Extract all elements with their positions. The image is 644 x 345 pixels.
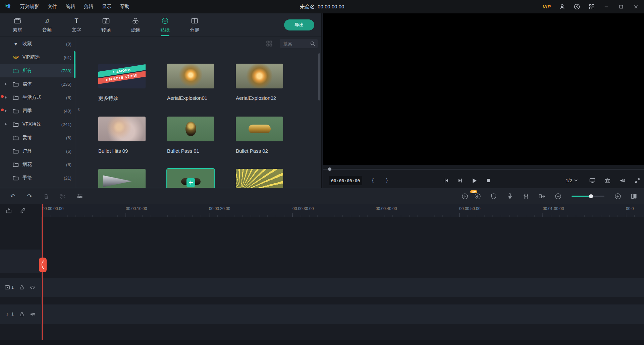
zoom-in-icon[interactable] [614, 193, 621, 200]
collapse-sidebar-icon[interactable]: ‹ [77, 106, 80, 113]
play-button[interactable] [472, 178, 477, 184]
sidebar-scrollbar[interactable] [74, 51, 75, 78]
stop-button[interactable] [486, 179, 490, 183]
adjust-properties-icon[interactable] [76, 193, 83, 200]
tab-audio[interactable]: ♫ 音频 [32, 13, 62, 36]
menu-clip[interactable]: 剪辑 [84, 4, 93, 10]
fullscreen-icon[interactable] [635, 178, 640, 183]
content-scrollbar[interactable] [318, 53, 320, 100]
link-clips-icon[interactable] [19, 207, 26, 214]
delete-icon[interactable] [43, 193, 50, 200]
seek-handle[interactable] [328, 167, 331, 171]
render-preview-icon[interactable] [490, 193, 497, 200]
redo-icon[interactable]: ↷ [26, 193, 33, 200]
sidebar-item-outdoor[interactable]: 户外 (6) [0, 144, 76, 158]
card-bullet-tip[interactable] [98, 169, 146, 188]
menu-app-name[interactable]: 万兴喵影 [20, 4, 39, 10]
voiceover-mic-icon[interactable] [506, 193, 513, 200]
card-bullet-pass-02[interactable]: Bullet Pass 02 [236, 117, 283, 154]
user-account-icon[interactable] [559, 3, 566, 10]
tab-filter[interactable]: 滤镜 [121, 13, 150, 36]
sticker-thumbnail[interactable] [98, 169, 146, 188]
card-effects-store[interactable]: FILMORA EFFECTS STORE 更多特效 [98, 64, 146, 101]
timeline-ruler[interactable]: 00:00:00:00 00:00:10:00 00:00:20:00 00:0… [41, 204, 644, 217]
sticker-thumbnail[interactable] [167, 64, 214, 88]
card-bullet-hits-09[interactable]: Bullet Hits 09 [98, 117, 146, 154]
tab-media[interactable]: 素材 [3, 13, 32, 36]
display-device-icon[interactable] [589, 178, 595, 184]
vip-badge[interactable]: VIP [543, 4, 551, 9]
sidebar-item-vip[interactable]: VIP VIP精选 (61) [0, 51, 76, 64]
mark-out-button[interactable]: } [386, 177, 388, 183]
snapshot-camera-icon[interactable] [604, 178, 610, 183]
mark-in-button[interactable]: { [372, 177, 374, 183]
preview-seekbar[interactable] [323, 169, 644, 169]
next-frame-button[interactable] [458, 178, 463, 183]
search-icon[interactable] [310, 41, 315, 46]
sidebar-item-handdrawn[interactable]: 手绘 (21) [0, 171, 76, 185]
menu-file[interactable]: 文件 [48, 4, 57, 10]
sticker-thumbnail[interactable] [167, 169, 214, 188]
minimize-button[interactable] [603, 3, 610, 10]
eye-visibility-icon[interactable] [30, 285, 35, 290]
playhead[interactable] [42, 204, 43, 340]
card-aerialexplosion01[interactable]: AerialExplosion01 [167, 64, 214, 101]
speech-to-text-icon[interactable] [462, 193, 468, 200]
expand-arrow-icon[interactable] [5, 96, 7, 99]
search-box[interactable] [280, 39, 318, 48]
card-aerialexplosion02[interactable]: AerialExplosion02 [236, 64, 283, 101]
export-button[interactable]: 导出 [284, 19, 314, 30]
zoom-out-icon[interactable] [555, 193, 561, 200]
card-bullet-selected[interactable] [167, 169, 214, 188]
sidebar-item-vfx[interactable]: VFX特效 (241) [0, 118, 76, 131]
auto-ripple-icon[interactable] [539, 193, 545, 200]
effects-store-thumbnail[interactable]: FILMORA EFFECTS STORE [98, 64, 146, 88]
expand-arrow-icon[interactable] [5, 110, 7, 112]
text-to-speech-icon[interactable] [474, 193, 481, 200]
menu-view[interactable]: 显示 [102, 4, 111, 10]
sidebar-item-lifestyle[interactable]: 生活方式 (6) [0, 91, 76, 104]
quality-selector[interactable]: 1/2 [566, 178, 578, 183]
menu-edit[interactable]: 编辑 [66, 4, 75, 10]
zoom-slider-knob[interactable] [589, 194, 593, 198]
split-scissors-icon[interactable] [60, 193, 66, 200]
audio-mixer-icon[interactable] [523, 193, 529, 200]
sticker-thumbnail[interactable] [236, 169, 283, 188]
tab-split-screen[interactable]: 分屏 [180, 13, 209, 36]
sidebar-item-favorites[interactable]: ♥ 收藏 (0) [0, 37, 76, 51]
tab-text[interactable]: T 文字 [62, 13, 91, 36]
sidebar-item-seasons[interactable]: 四季 (40) [0, 104, 76, 118]
sticker-thumbnail[interactable] [98, 117, 146, 141]
timeline-horizontal-scrollbar[interactable] [0, 340, 644, 345]
feedback-icon[interactable] [574, 3, 580, 10]
workspace-layout-icon[interactable] [588, 3, 595, 10]
menu-help[interactable]: 帮助 [120, 4, 129, 10]
sticker-thumbnail[interactable] [236, 117, 283, 141]
video-viewport[interactable] [323, 13, 644, 165]
sidebar-item-love[interactable]: 爱情 (6) [0, 131, 76, 144]
mute-speaker-icon[interactable] [30, 312, 35, 317]
sidebar-item-fireworks[interactable]: 烟花 (6) [0, 158, 76, 171]
search-input[interactable] [283, 41, 308, 47]
expand-arrow-icon[interactable] [5, 83, 7, 85]
add-to-timeline-icon[interactable] [5, 207, 12, 214]
audio-track[interactable]: ♪ 1 [0, 304, 644, 324]
sticker-thumbnail[interactable] [236, 64, 283, 88]
lock-icon[interactable] [19, 285, 24, 290]
sidebar-item-all[interactable]: 所有 (738) [0, 64, 76, 77]
close-button[interactable] [633, 3, 639, 10]
card-bullet-pass-01[interactable]: Bullet Pass 01 [167, 117, 214, 154]
add-to-timeline-button[interactable] [186, 178, 195, 187]
volume-icon[interactable] [620, 178, 626, 183]
expand-arrow-icon[interactable] [5, 123, 7, 126]
timeline-zoom-slider[interactable] [572, 196, 604, 197]
previous-frame-button[interactable] [444, 178, 449, 183]
undo-icon[interactable]: ↶ [9, 193, 16, 200]
maximize-button[interactable] [618, 3, 625, 10]
panel-layout-toggle-icon[interactable] [631, 193, 637, 200]
grid-view-icon[interactable] [266, 41, 272, 47]
tab-transition[interactable]: 转场 [91, 13, 121, 36]
tab-sticker[interactable]: 贴纸 [150, 13, 180, 36]
card-light-rays[interactable] [236, 169, 283, 188]
sidebar-item-media[interactable]: 媒体 (235) [0, 77, 76, 91]
